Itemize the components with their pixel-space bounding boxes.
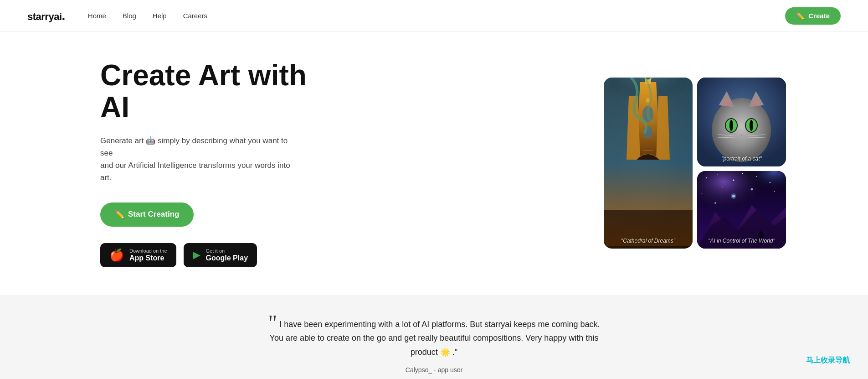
svg-point-35 <box>770 182 770 183</box>
app-store-top-text: Download on the <box>129 249 167 254</box>
svg-point-34 <box>756 176 757 177</box>
google-play-button[interactable]: ▶ Get it on Google Play <box>184 243 257 267</box>
create-button[interactable]: ✏️ Create <box>785 7 841 25</box>
nav-blog[interactable]: Blog <box>123 12 136 20</box>
hero-subtitle-line1: Generate art 🤖 simply by describing what… <box>100 136 288 157</box>
svg-point-22 <box>750 120 753 131</box>
hero-left: Create Art with AI Generate art 🤖 simply… <box>100 59 337 267</box>
hero-title: Create Art with AI <box>100 59 337 124</box>
svg-point-44 <box>714 202 716 204</box>
art-card-cat: "portrait of a cat" <box>697 78 786 166</box>
svg-marker-5 <box>656 96 670 160</box>
hero-subtitle-line2: and our Artificial Intelligence transfor… <box>100 161 290 182</box>
hero-subtitle: Generate art 🤖 simply by describing what… <box>100 135 301 184</box>
svg-point-33 <box>733 180 734 181</box>
app-store-bottom-text: App Store <box>129 254 167 262</box>
svg-point-43 <box>751 188 753 191</box>
nav-careers[interactable]: Careers <box>183 12 207 20</box>
svg-point-31 <box>706 177 707 178</box>
app-store-button[interactable]: 🍎 Download on the App Store <box>100 243 176 267</box>
cat-caption: "portrait of a cat" <box>697 156 786 162</box>
svg-point-42 <box>731 193 736 199</box>
cathedral-overlay <box>604 78 693 249</box>
google-play-top-text: Get it on <box>206 249 248 254</box>
cat-svg <box>697 78 786 166</box>
cathedral-caption: "Cathedral of Dreams" <box>604 238 693 244</box>
logo-text: starryai <box>27 11 62 22</box>
art-card-cathedral: "Cathedral of Dreams" <box>604 78 693 249</box>
watermark: 马上收录导航 <box>806 356 850 365</box>
nav-links: Home Blog Help Careers <box>88 12 207 20</box>
start-label: Start Creating <box>128 210 179 219</box>
app-buttons: 🍎 Download on the App Store ▶ Get it on … <box>100 243 337 267</box>
app-store-text: Download on the App Store <box>129 249 167 262</box>
nav-home[interactable]: Home <box>88 12 106 20</box>
svg-point-37 <box>722 187 723 187</box>
art-card-space: "AI in Control of The World" <box>697 171 786 249</box>
google-play-bottom-text: Google Play <box>206 254 248 262</box>
testimonial-text: " I have been experimenting with a lot o… <box>261 317 607 359</box>
svg-point-40 <box>701 193 702 194</box>
space-caption: "AI in Control of The World" <box>697 238 786 244</box>
svg-point-32 <box>717 174 718 175</box>
navbar-left: starryai. Home Blog Help Careers <box>27 9 207 23</box>
nav-help[interactable]: Help <box>153 12 167 20</box>
svg-point-12 <box>712 98 771 162</box>
testimonial-body: I have been experimenting with a lot of … <box>270 320 600 357</box>
svg-point-36 <box>779 174 780 175</box>
apple-icon: 🍎 <box>109 249 124 261</box>
navbar: starryai. Home Blog Help Careers ✏️ Crea… <box>0 0 868 32</box>
svg-point-38 <box>742 173 743 174</box>
space-svg <box>697 171 786 249</box>
logo-dot: . <box>62 9 65 23</box>
hero-section: Create Art with AI Generate art 🤖 simply… <box>0 32 868 295</box>
svg-point-39 <box>774 191 775 192</box>
create-button-label: Create <box>808 12 830 20</box>
art-gallery: "Cathedral of Dreams" <box>604 78 786 249</box>
logo: starryai. <box>27 9 65 23</box>
cathedral-svg <box>604 78 693 246</box>
google-play-text: Get it on Google Play <box>206 249 248 262</box>
svg-point-19 <box>729 120 733 131</box>
google-play-icon: ▶ <box>193 250 200 260</box>
create-icon: ✏️ <box>796 12 805 20</box>
start-icon: ✏️ <box>115 210 124 219</box>
quote-mark: " <box>268 311 277 335</box>
testimonial-section: " I have been experimenting with a lot o… <box>0 295 868 379</box>
testimonial-author: Calypso_ - app user <box>9 366 859 374</box>
start-creating-button[interactable]: ✏️ Start Creating <box>100 202 194 227</box>
